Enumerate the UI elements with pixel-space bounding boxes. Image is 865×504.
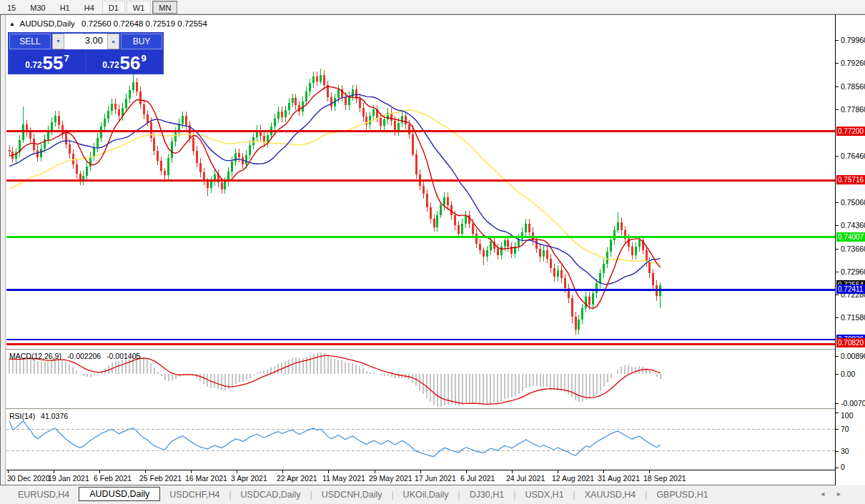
rsi-tick-label: 30: [841, 447, 849, 455]
timeframe-m30[interactable]: M30: [24, 1, 51, 14]
chart-tab-usdcnh-daily[interactable]: USDCNH,Daily: [312, 488, 392, 501]
price-tick-label: 0.71580: [841, 313, 865, 322]
time-label: 6 Jul 2021: [460, 474, 495, 483]
bid-prefix: 0.72: [25, 60, 41, 70]
chart-title: ▲ AUDUSD,Daily 0.72560 0.72648 0.72519 0…: [9, 19, 207, 28]
time-label: 16 Mar 2021: [185, 474, 227, 483]
macd-tick: [836, 403, 839, 404]
time-label: 19 Jan 2021: [48, 474, 89, 483]
price-tick: [836, 272, 839, 272]
timeframe-h1[interactable]: H1: [54, 1, 76, 14]
price-tick-label: 0.75060: [841, 198, 865, 207]
time-label: 29 May 2021: [369, 474, 412, 483]
rsi-tick-label: 70: [841, 425, 849, 433]
macd-label: MACD(12,26,9) -0.002206 -0.001405: [9, 352, 140, 360]
price-tick: [836, 40, 839, 41]
rsi-tick: [836, 451, 839, 452]
time-tick: [99, 470, 100, 473]
bid-price-display[interactable]: 0.72 55 7: [9, 50, 85, 73]
time-label: 22 Apr 2021: [277, 474, 317, 483]
macd-tick-label: -0.007013: [841, 399, 865, 407]
time-label: 17 Jun 2021: [415, 474, 456, 483]
price-tick-label: 0.73660: [841, 244, 865, 253]
time-label: 12 Aug 2021: [552, 474, 594, 483]
bid-main-digits: 55: [43, 54, 64, 72]
price-line-label: 0.77200: [836, 127, 865, 136]
volume-decrease-icon[interactable]: ▼: [52, 34, 64, 49]
ask-main-digits: 56: [120, 54, 141, 72]
price-axis: 0.799600.792600.785600.778600.764600.750…: [835, 15, 865, 485]
chart-tab-usdchf-h4[interactable]: USDCHF,H4: [160, 488, 229, 501]
tab-scroll-arrows[interactable]: ◄►: [819, 490, 852, 498]
price-tick-label: 0.72960: [841, 267, 865, 276]
price-tick: [836, 317, 839, 318]
macd-tick: [836, 356, 839, 357]
chart-tab-xauusd-h4[interactable]: XAUUSD,H4: [575, 488, 646, 501]
chart-tab-gbpusd-h1[interactable]: GBPUSD,H1: [647, 488, 717, 501]
macd-tick: [836, 374, 839, 375]
price-tick: [836, 156, 839, 157]
time-label: 30 Dec 2020: [7, 474, 50, 483]
volume-increase-icon[interactable]: ▲: [107, 34, 119, 49]
price-tick: [836, 249, 839, 249]
time-label: 3 Apr 2021: [231, 474, 267, 483]
time-label: 31 Aug 2021: [598, 474, 640, 483]
chart-tab-eurusd-h4[interactable]: EURUSD,H4: [9, 488, 79, 501]
left-rail: [1, 15, 6, 485]
rsi-pane[interactable]: [6, 410, 835, 470]
price-tick: [836, 87, 839, 87]
buy-button[interactable]: BUY: [121, 34, 162, 49]
time-tick: [649, 470, 650, 473]
chart-tab-usdcad-daily[interactable]: USDCAD,Daily: [232, 488, 310, 501]
time-tick: [282, 470, 283, 473]
macd-tick-label: 0.00: [841, 370, 855, 378]
price-tick: [836, 63, 839, 64]
chart-window: 30 Dec 202019 Jan 20216 Feb 202125 Feb 2…: [0, 14, 865, 485]
time-tick: [375, 470, 375, 473]
timeframe-h4[interactable]: H4: [78, 1, 101, 14]
time-tick: [466, 470, 467, 473]
time-tick: [603, 470, 604, 473]
time-tick: [54, 470, 54, 473]
time-tick: [420, 470, 421, 473]
timeframe-15[interactable]: 15: [1, 1, 22, 14]
timeframe-d1[interactable]: D1: [102, 1, 125, 14]
sell-button[interactable]: SELL: [9, 34, 51, 49]
chart-tab-usdx-h1[interactable]: USDX,H1: [515, 488, 573, 501]
timeframe-w1[interactable]: W1: [127, 1, 152, 14]
ask-price-display[interactable]: 0.72 56 9: [86, 50, 162, 73]
price-tick-label: 0.74360: [841, 221, 865, 229]
rsi-tick-label: 0: [841, 463, 845, 471]
chart-tab-audusd-daily[interactable]: AUDUSD,Daily: [79, 487, 160, 501]
price-tick: [836, 225, 839, 226]
price-tick-label: 0.77860: [841, 105, 865, 114]
one-click-trading-panel: SELL ▼ 3.00 ▲ BUY 0.72 55 7 0.72 56 9: [8, 32, 164, 74]
price-tick: [836, 295, 839, 295]
volume-input[interactable]: 3.00: [64, 34, 107, 49]
macd-tick-label: 0.008904: [841, 352, 865, 360]
ask-prefix: 0.72: [102, 60, 119, 70]
price-line-label: 0.75716: [836, 175, 865, 184]
time-tick: [512, 470, 513, 473]
price-tick-label: 0.79260: [841, 59, 865, 67]
time-label: 25 Feb 2021: [139, 474, 182, 483]
rsi-tick: [836, 429, 839, 430]
price-tick: [836, 109, 839, 110]
time-label: 6 Feb 2021: [94, 474, 132, 483]
collapse-icon[interactable]: ▲: [9, 21, 15, 27]
price-tick-label: 0.76460: [841, 152, 865, 160]
price-line-label: 0.72411: [836, 285, 865, 294]
rsi-tick-label: 100: [841, 411, 854, 420]
time-tick: [237, 470, 237, 473]
time-tick: [8, 470, 9, 473]
price-line-label: 0.70820: [836, 338, 865, 347]
timeframe-mn[interactable]: MN: [152, 1, 177, 14]
ohlc-values: 0.72560 0.72648 0.72519 0.72554: [81, 19, 207, 28]
price-tick-label: 0.78560: [841, 82, 865, 91]
time-label: 24 Jul 2021: [506, 474, 545, 483]
ask-pip-digit: 9: [142, 53, 147, 64]
chart-tab-dj30-h1[interactable]: DJ30,H1: [460, 488, 514, 501]
time-tick: [145, 470, 146, 473]
time-tick: [328, 470, 329, 473]
chart-tab-ukoil-daily[interactable]: UKOil,Daily: [394, 488, 458, 501]
